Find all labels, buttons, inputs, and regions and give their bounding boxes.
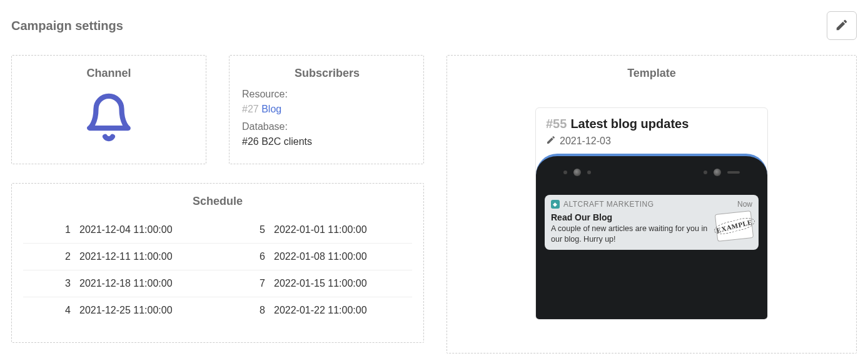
schedule-row: 82022-01-22 11:00:00 — [218, 297, 412, 324]
subscribers-panel: Subscribers Resource: #27 Blog Database:… — [229, 55, 424, 164]
notif-title: Read Our Blog — [551, 212, 710, 222]
pencil-icon — [835, 18, 849, 34]
schedule-row: 32021-12-18 11:00:00 — [23, 270, 218, 297]
notif-time: Now — [737, 200, 752, 209]
subscribers-title: Subscribers — [242, 67, 412, 80]
resource-link[interactable]: #27 Blog — [242, 104, 412, 115]
database-label: Database: — [242, 121, 412, 132]
notification: ◆ ALTCRAFT MARKETING Now Read Our Blog A… — [545, 195, 759, 250]
phone-notch — [536, 169, 767, 176]
schedule-row: 52022-01-01 11:00:00 — [218, 217, 412, 243]
schedule-col-right: 52022-01-01 11:00:00 62022-01-08 11:00:0… — [218, 217, 412, 324]
resource-id: #27 — [242, 104, 259, 114]
edit-button[interactable] — [827, 11, 857, 40]
template-panel: Template #55 Latest blog updates 2021-12… — [447, 55, 857, 354]
schedule-title: Schedule — [23, 195, 412, 208]
resource-label: Resource: — [242, 89, 412, 100]
page-title: Campaign settings — [11, 19, 123, 33]
database-value: #26 B2C clients — [242, 136, 412, 147]
schedule-row: 62022-01-08 11:00:00 — [218, 243, 412, 270]
schedule-row: 12021-12-04 11:00:00 — [23, 217, 218, 243]
schedule-row: 22021-12-11 11:00:00 — [23, 243, 218, 270]
resource-name: Blog — [261, 104, 281, 114]
schedule-row: 72022-01-15 11:00:00 — [218, 270, 412, 297]
phone-preview: ◆ ALTCRAFT MARKETING Now Read Our Blog A… — [536, 154, 767, 319]
template-date: 2021-12-03 — [560, 136, 611, 147]
example-stamp: EXAMPLE — [715, 210, 754, 242]
notif-app: ALTCRAFT MARKETING — [563, 200, 654, 209]
schedule-panel: Schedule 12021-12-04 11:00:00 22021-12-1… — [11, 183, 424, 343]
schedule-row: 42021-12-25 11:00:00 — [23, 297, 218, 324]
edit-date-icon — [546, 135, 556, 147]
channel-panel: Channel — [11, 55, 206, 164]
template-id: #55 — [546, 117, 567, 131]
channel-title: Channel — [23, 67, 194, 80]
template-name: Latest blog updates — [570, 117, 689, 131]
schedule-col-left: 12021-12-04 11:00:00 22021-12-11 11:00:0… — [23, 217, 218, 324]
notif-message: A couple of new articles are waiting for… — [551, 224, 710, 245]
template-title: Template — [458, 67, 845, 80]
bell-icon — [83, 92, 134, 146]
app-icon: ◆ — [551, 200, 560, 209]
template-card[interactable]: #55 Latest blog updates 2021-12-03 — [535, 107, 768, 320]
